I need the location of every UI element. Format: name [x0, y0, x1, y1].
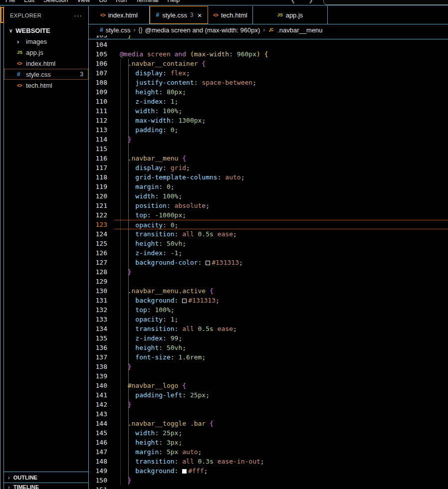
menu-go[interactable]: Go: [94, 0, 111, 3]
menu-edit[interactable]: Edit: [19, 0, 39, 3]
line-number: 140: [89, 381, 115, 390]
menu-run[interactable]: Run: [111, 0, 131, 3]
breadcrumb-rule[interactable]: .navbar__menu: [277, 26, 322, 34]
code-line-114[interactable]: 114 }: [89, 135, 448, 144]
code-line-text: [115, 40, 448, 49]
code-line-140[interactable]: 140 #navbar__logo {: [89, 381, 448, 390]
line-number: 104: [89, 40, 115, 49]
code-line-122[interactable]: 122 top: -1000px;: [89, 210, 448, 220]
explorer-active-indicator[interactable]: [0, 7, 4, 23]
code-line-text: #navbar__logo {: [115, 381, 448, 390]
line-number: 109: [89, 87, 115, 97]
code-line-116[interactable]: 116 .navbar__menu {: [89, 154, 448, 163]
code-line-131[interactable]: 131 background: #131313;: [89, 296, 448, 305]
code-line-139[interactable]: 139: [89, 371, 448, 381]
breadcrumb-file[interactable]: style.css: [106, 26, 131, 34]
code-line-129[interactable]: 129: [89, 277, 448, 286]
color-swatch[interactable]: [182, 469, 187, 474]
code-line-137[interactable]: 137 font-size: 1.6rem;: [89, 352, 448, 362]
code-line-113[interactable]: 113 padding: 0;: [89, 125, 448, 135]
code-line-110[interactable]: 110 z-index: 1;: [89, 97, 448, 106]
code-line-119[interactable]: 119 margin: 0;: [89, 182, 448, 191]
code-line-151[interactable]: 151: [89, 485, 448, 489]
code-line-134[interactable]: 134 transition: all 0.5s ease;: [89, 324, 448, 333]
code-line-141[interactable]: 141 padding-left: 25px;: [89, 390, 448, 400]
code-line-143[interactable]: 143: [89, 409, 448, 419]
close-icon[interactable]: ×: [198, 11, 202, 19]
line-number: 106: [89, 59, 115, 68]
code-line-149[interactable]: 149 background: #fff;: [89, 466, 448, 476]
sidebar-item-appjs[interactable]: JS app.js: [4, 47, 88, 58]
code-line-117[interactable]: 117 display: grid;: [89, 163, 448, 172]
outline-section[interactable]: › OUTLINE: [4, 472, 88, 483]
breadcrumb[interactable]: # style.css › {} @media screen and (max-…: [89, 24, 448, 35]
code-line-124[interactable]: 124 transition: all 0.5s ease;: [89, 229, 448, 239]
code-line-text: top: 100%;: [115, 305, 448, 315]
code-line-123[interactable]: 123 opacity: 0;: [89, 220, 448, 229]
code-line-127[interactable]: 127 background-color: #131313;: [89, 258, 448, 267]
code-line-132[interactable]: 132 top: 100%;: [89, 305, 448, 315]
code-line-text: .navbar__menu {: [115, 154, 448, 163]
code-line-138[interactable]: 138 }: [89, 362, 448, 371]
code-line-146[interactable]: 146 height: 3px;: [89, 438, 448, 447]
code-line-108[interactable]: 108 justify-content: space-between;: [89, 78, 448, 87]
code-line-109[interactable]: 109 height: 80px;: [89, 87, 448, 97]
code-line-120[interactable]: 120 width: 100%;: [89, 191, 448, 201]
explorer-more-actions-icon[interactable]: ···: [74, 11, 82, 19]
chevron-right-icon: ›: [8, 475, 10, 481]
code-line-104[interactable]: 104: [89, 40, 448, 49]
code-line-118[interactable]: 118 grid-template-columns: auto;: [89, 172, 448, 182]
code-line-142[interactable]: 142 }: [89, 400, 448, 409]
code-line-128[interactable]: 128 }: [89, 267, 448, 277]
code-line-111[interactable]: 111 width: 100%;: [89, 106, 448, 116]
code-line-125[interactable]: 125 height: 50vh;: [89, 239, 448, 248]
color-swatch[interactable]: [206, 261, 210, 265]
timeline-section[interactable]: › TIMELINE: [4, 483, 88, 489]
code-line-text: [115, 485, 448, 489]
folder-websoite[interactable]: ∨ WEBSOITE: [4, 25, 88, 36]
code-line-126[interactable]: 126 z-index: -1;: [89, 248, 448, 258]
command-center-searchbox[interactable]: [323, 0, 448, 5]
menu-help[interactable]: Help: [163, 0, 185, 3]
code-editor[interactable]: 103 }104105@media screen and (max-width:…: [89, 30, 448, 489]
forward-arrow-icon[interactable]: ❯: [308, 0, 313, 3]
code-line-136[interactable]: 136 height: 50vh;: [89, 343, 448, 352]
code-line-148[interactable]: 148 transition: all 0.3s ease-in-out;: [89, 457, 448, 466]
menu-view[interactable]: View: [72, 0, 94, 3]
code-line-105[interactable]: 105@media screen and (max-width: 960px) …: [89, 49, 448, 59]
sidebar-item-images[interactable]: › images: [4, 36, 88, 47]
line-number: 146: [89, 438, 115, 447]
code-line-112[interactable]: 112 max-width: 1300px;: [89, 116, 448, 125]
line-number: 132: [89, 305, 115, 315]
code-line-text: margin: 5px auto;: [115, 447, 448, 457]
code-line-133[interactable]: 133 opacity: 1;: [89, 315, 448, 324]
code-line-106[interactable]: 106 .navbar__container {: [89, 59, 448, 68]
code-line-text: .navbar__toggle .bar {: [115, 419, 448, 428]
code-line-147[interactable]: 147 margin: 5px auto;: [89, 447, 448, 457]
code-line-115[interactable]: 115: [89, 144, 448, 154]
code-line-135[interactable]: 135 z-index: 99;: [89, 333, 448, 343]
code-line-107[interactable]: 107 display: flex;: [89, 68, 448, 78]
tab-indexhtml[interactable]: <> index.html: [89, 6, 150, 24]
code-line-text: z-index: 1;: [115, 97, 448, 106]
code-line-150[interactable]: 150 }: [89, 476, 448, 485]
back-arrow-icon[interactable]: ❮: [291, 0, 295, 3]
code-line-130[interactable]: 130 .navbar__menu.active {: [89, 286, 448, 296]
code-line-121[interactable]: 121 position: absolute;: [89, 201, 448, 210]
sidebar-item-indexhtml[interactable]: <> index.html: [4, 58, 88, 69]
breadcrumb-scope[interactable]: @media screen and (max-width: 960px): [145, 26, 260, 34]
tab-stylecss[interactable]: # style.css 3 ×: [150, 6, 208, 24]
code-line-145[interactable]: 145 width: 25px;: [89, 428, 448, 438]
chevron-right-icon: ›: [8, 484, 10, 489]
menu-terminal[interactable]: Terminal: [131, 0, 163, 3]
code-line-144[interactable]: 144 .navbar__toggle .bar {: [89, 419, 448, 428]
line-number: 124: [89, 229, 115, 239]
color-swatch[interactable]: [182, 299, 187, 303]
tab-appjs[interactable]: JS app.js: [253, 6, 328, 24]
menu-selection[interactable]: Selection: [39, 0, 72, 3]
sidebar-item-stylecss[interactable]: # style.css 3: [4, 69, 88, 80]
code-line-text: height: 50vh;: [115, 239, 448, 248]
menu-file[interactable]: File: [1, 0, 19, 3]
sidebar-item-techhtml[interactable]: <> tech.html: [4, 80, 88, 91]
tab-techhtml[interactable]: <> tech.html: [208, 6, 253, 24]
